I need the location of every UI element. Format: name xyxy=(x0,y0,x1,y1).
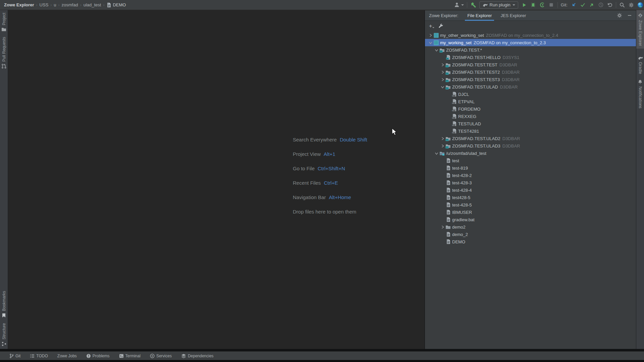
tree-row[interactable]: DSZOSMFAD.TEST.TESTD3DBAR xyxy=(425,61,636,68)
chevron-down-icon[interactable] xyxy=(428,41,433,45)
tree-node-label: TESTULAD xyxy=(458,121,481,126)
run-configuration-selector[interactable]: Run plugin xyxy=(479,1,518,9)
tree-row[interactable]: my_other_working_setZOSMFAD on my_connec… xyxy=(425,32,636,39)
tree-row[interactable]: DSZOSMFAD.TEST.HELLOD3SYS1 xyxy=(425,54,636,61)
chevron-down-icon[interactable] xyxy=(434,48,439,52)
tree-row[interactable]: test-428-4 xyxy=(425,186,636,194)
svg-text:MEM: MEM xyxy=(452,103,455,104)
chevron-right-icon[interactable] xyxy=(428,34,433,37)
status-bar-item-problems[interactable]: Problems xyxy=(86,354,110,358)
svg-text:Z: Z xyxy=(639,14,641,17)
tab-jes-explorer[interactable]: JES Explorer xyxy=(496,10,530,21)
chevron-right-icon[interactable] xyxy=(440,78,445,81)
status-bar-item-terminal[interactable]: Terminal xyxy=(119,354,141,358)
chevron-right-icon[interactable] xyxy=(440,137,445,140)
breadcrumb-item[interactable]: ulad_test xyxy=(84,2,101,7)
shortcut-keys: Double Shift xyxy=(340,137,367,142)
tree-row[interactable]: DSZOSMFAD.TEST.ULADD3DBAR xyxy=(425,83,636,90)
build-hammer-icon[interactable] xyxy=(470,2,476,8)
tree-row[interactable]: demo_2 xyxy=(425,231,636,238)
status-bar-item-zowe-jobs[interactable]: Zowe Jobs xyxy=(57,354,77,358)
layers-icon xyxy=(181,354,186,358)
edit-working-sets-wrench-icon[interactable] xyxy=(438,23,444,29)
tree-row[interactable]: MEMTESTULAD xyxy=(425,120,636,127)
chevron-down-icon[interactable] xyxy=(434,152,439,155)
ide-sphere-icon[interactable] xyxy=(637,2,643,8)
status-bar-item-todo[interactable]: TODO xyxy=(30,354,48,358)
status-bar: GitTODOZowe JobsProblemsTerminalServices… xyxy=(0,351,644,360)
tree-row[interactable]: DEMO xyxy=(425,238,636,245)
git-commit-icon[interactable] xyxy=(580,2,586,8)
tree-row[interactable]: DSZOSMFAD.TEST.* xyxy=(425,46,636,54)
tree-row[interactable]: my_working_setZOSMFAD on my_connection_t… xyxy=(425,39,636,46)
tree-row[interactable]: test-428-2 xyxy=(425,172,636,179)
tree-row[interactable]: DSZOSMFAD.TEST.ULAD2D3DBAR xyxy=(425,135,636,142)
shortcut-hint-row: Project ViewAlt+1 xyxy=(293,147,367,161)
svg-text:DS: DS xyxy=(440,50,443,52)
settings-icon[interactable] xyxy=(628,2,634,8)
breadcrumb-item[interactable]: DEMO xyxy=(106,2,126,8)
tree-row[interactable]: gradlew.bat xyxy=(425,216,636,223)
panel-header: Zowe Explorer: File ExplorerJES Explorer xyxy=(425,10,636,21)
breadcrumb-item[interactable]: u xyxy=(54,2,56,7)
panel-settings-icon[interactable] xyxy=(616,12,623,18)
chevron-right-icon[interactable] xyxy=(440,144,445,148)
panel-minimize-icon[interactable] xyxy=(627,12,633,18)
tree-row[interactable]: test428-5 xyxy=(425,194,636,201)
git-update-icon[interactable] xyxy=(571,2,577,8)
tree-row[interactable]: MEMTEST4281 xyxy=(425,127,636,135)
text-file-icon xyxy=(445,158,451,163)
rollback-icon[interactable] xyxy=(607,2,613,8)
tree-row[interactable]: IBMUSER xyxy=(425,208,636,216)
user-icon[interactable] xyxy=(454,2,460,8)
tree-row[interactable]: test-428-5 xyxy=(425,201,636,208)
tree-row[interactable]: DSZOSMFAD.TEST.TEST2D3DBAR xyxy=(425,68,636,76)
toolbar-actions: Run plugin Git: xyxy=(454,0,644,10)
panel-toolbar: + xyxy=(425,21,636,31)
stop-icon[interactable] xyxy=(548,2,554,8)
tree-row[interactable]: MEMETPVAL xyxy=(425,98,636,105)
status-bar-item-services[interactable]: Services xyxy=(150,354,172,358)
tool-window-button-zowe-explorer[interactable]: ZZowe Explorer xyxy=(636,10,644,49)
tree-row[interactable]: DSZOSMFAD.TEST.ULAD3D3DBAR xyxy=(425,142,636,149)
profile-icon[interactable] xyxy=(539,2,545,8)
breadcrumb-item[interactable]: Zowe Explorer xyxy=(4,2,34,7)
breadcrumb-item[interactable]: zosmfad xyxy=(62,2,78,7)
tool-window-button-gradle[interactable]: Gradle xyxy=(636,53,644,77)
tree-row[interactable]: MEMREXXEG xyxy=(425,113,636,120)
chevron-down-icon[interactable] xyxy=(440,85,445,89)
tree-row[interactable]: MEMDJCL xyxy=(425,90,636,98)
editor-empty-area[interactable]: Search EverywhereDouble ShiftProject Vie… xyxy=(8,10,424,349)
chevron-right-icon[interactable] xyxy=(440,63,445,67)
git-push-icon[interactable] xyxy=(589,2,595,8)
status-bar-item-dependencies[interactable]: Dependencies xyxy=(181,354,214,358)
text-file-icon xyxy=(445,239,451,244)
user-caret-icon[interactable] xyxy=(461,4,464,6)
chevron-right-icon[interactable] xyxy=(440,225,445,229)
tool-window-button-bookmarks[interactable]: Bookmarks xyxy=(0,288,8,320)
search-icon[interactable] xyxy=(619,2,625,8)
tree-row[interactable]: DSZOSMFAD.TEST.TEST3D3DBAR xyxy=(425,76,636,83)
run-icon[interactable] xyxy=(521,2,527,8)
chevron-right-icon[interactable] xyxy=(440,70,445,74)
tree-row[interactable]: MEMFORDEMO xyxy=(425,105,636,113)
tool-window-button-project[interactable]: Project xyxy=(0,10,8,34)
history-icon[interactable] xyxy=(598,2,604,8)
tree-row[interactable]: test xyxy=(425,157,636,164)
zowe-icon: Z xyxy=(638,13,643,18)
tab-file-explorer[interactable]: File Explorer xyxy=(463,10,496,21)
svg-text:MEM: MEM xyxy=(452,95,455,97)
tool-window-button-structure[interactable]: Structure xyxy=(0,320,8,349)
status-bar-item-label: Services xyxy=(156,354,172,358)
tool-window-button-notifications[interactable]: Notifications xyxy=(636,77,644,111)
tree-row[interactable]: test-819 xyxy=(425,164,636,172)
tree-node-label: test428-5 xyxy=(452,195,470,200)
tree-row[interactable]: /u/zosmfad/ulad_test xyxy=(425,149,636,157)
tree-row[interactable]: test-428-3 xyxy=(425,179,636,186)
breadcrumb-item[interactable]: USS xyxy=(40,2,49,7)
debug-icon[interactable] xyxy=(530,2,536,8)
add-working-set-button[interactable]: + xyxy=(429,24,434,28)
tree-row[interactable]: demo2 xyxy=(425,223,636,231)
status-bar-item-git[interactable]: Git xyxy=(9,354,20,358)
tool-window-button-pull-requests[interactable]: Pull Requests xyxy=(0,34,8,71)
